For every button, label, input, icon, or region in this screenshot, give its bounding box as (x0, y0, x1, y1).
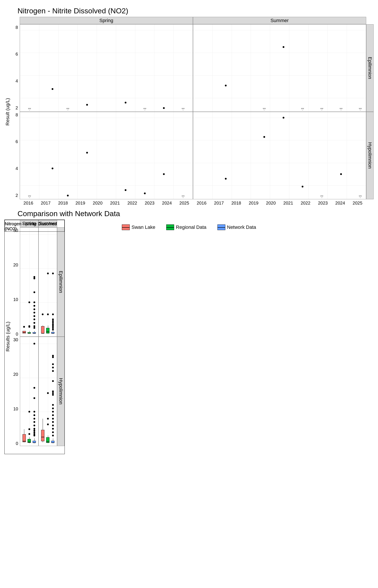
xlabel-box: Nitrogen - Nitrite Dissolved (NO2) (5, 220, 65, 232)
legend-reg: Regional Data (166, 225, 206, 230)
scatter-grid: Spring Summer Result (ug/L) 8642 8642 Ep… (4, 17, 374, 207)
chart1-title: Nitrogen - Nitrite Dissolved (NO2) (17, 7, 374, 15)
chart2-title: Comparison with Network Data (17, 209, 374, 218)
panel-summer-epi (193, 24, 366, 112)
legend-swan: Swan Lake (122, 225, 155, 230)
yticks: 8642 (11, 24, 20, 112)
strip-epi: Epilimnion (366, 24, 374, 112)
ylabel-1: Result (ug/L) (4, 24, 11, 199)
strip-hypo: Hypolimnion (366, 112, 374, 199)
panel-summer-hypo (193, 112, 366, 199)
strip-spring: Spring (20, 17, 193, 24)
xticks: 2016201720182019202020212022202320242025 (20, 199, 193, 207)
box-grid: Spring Summer Results (ug/L) 3020100 302… (4, 220, 65, 235)
strip-summer: Summer (193, 17, 366, 24)
legend-net: Network Data (217, 225, 256, 230)
xticks: 2016201720182019202020212022202320242025 (193, 199, 366, 207)
yticks: 8642 (11, 112, 20, 199)
panel-spring-hypo (20, 112, 193, 199)
panel-spring-epi (20, 24, 193, 112)
